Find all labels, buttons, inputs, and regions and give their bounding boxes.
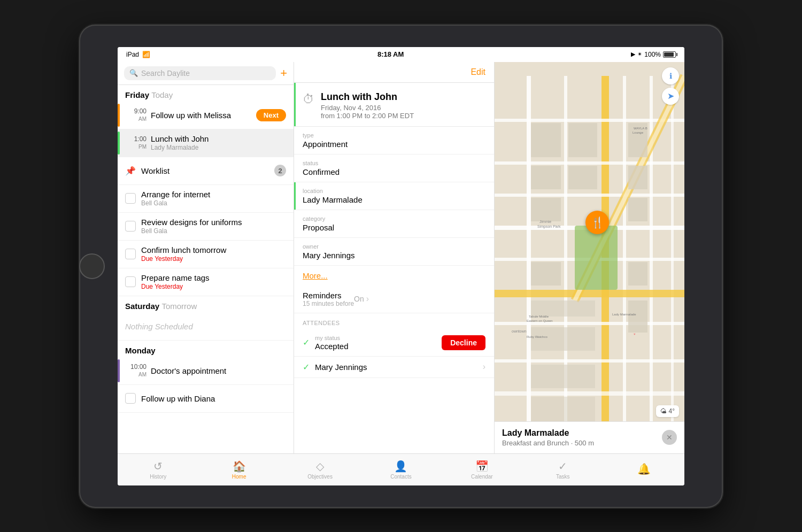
tab-label: Calendar <box>471 474 493 480</box>
svg-text:owntown: owntown <box>512 329 527 333</box>
section-rel-tomorrow: Tomorrow <box>161 302 197 311</box>
chevron-icon: › <box>483 362 485 372</box>
list-item-empty: Nothing Scheduled <box>118 313 294 341</box>
item-title: Doctor's appointment <box>151 366 286 375</box>
svg-text:WAYLA B: WAYLA B <box>634 127 647 130</box>
tab-bar: ↺ History 🏠 Home ◇ Objectives 👤 Contacts… <box>118 453 684 485</box>
info-button[interactable]: ℹ <box>662 67 679 84</box>
search-field[interactable]: 🔍 Search Daylite <box>124 66 276 80</box>
item-time: 10:00 AM <box>125 363 146 379</box>
tab-objectives[interactable]: ◇ Objectives <box>280 460 360 480</box>
list-item[interactable]: 1:00 PM Lunch with John Lady Marmalade <box>118 129 294 157</box>
item-title: Follow up with Diana <box>141 394 286 403</box>
list-item-task[interactable]: Follow up with Diana <box>118 385 294 413</box>
section-day-saturday: Saturday <box>125 302 159 311</box>
svg-rect-19 <box>531 123 561 157</box>
home-icon: 🏠 <box>233 460 246 473</box>
list-item[interactable]: 9:00 AM Follow up with Melissa Next <box>118 102 294 129</box>
svg-rect-15 <box>495 391 684 396</box>
task-checkbox[interactable] <box>125 249 136 259</box>
item-content: Arrange for internet Bell Gala <box>141 190 286 207</box>
svg-rect-28 <box>628 262 647 286</box>
attendee-row-me: ✓ my status Accepted Decline <box>294 329 494 357</box>
item-content: Nothing Scheduled <box>125 322 286 331</box>
list-item-worklist[interactable]: 📌 Worklist 2 <box>118 157 294 185</box>
tab-history[interactable]: ↺ History <box>118 460 198 480</box>
attendees-header: ATTENDEES <box>294 313 494 329</box>
detail-scroll[interactable]: ⏱ Lunch with John Friday, Nov 4, 2016 fr… <box>294 83 494 453</box>
tab-calendar[interactable]: 📅 Calendar <box>442 460 522 480</box>
svg-rect-22 <box>531 262 561 286</box>
svg-rect-9 <box>495 194 684 197</box>
section-rel-today: Today <box>151 90 173 99</box>
detail-category-section: category Proposal <box>294 210 494 238</box>
list-item-task[interactable]: Review designs for uniforms Bell Gala <box>118 213 294 241</box>
close-map-button[interactable]: ✕ <box>662 430 677 445</box>
tab-contacts[interactable]: 👤 Contacts <box>360 460 441 480</box>
left-panel: 🔍 Search Daylite + Friday Today <box>118 62 294 453</box>
svg-text:Ruby Watchco: Ruby Watchco <box>527 335 547 338</box>
edit-button[interactable]: Edit <box>471 67 485 77</box>
section-header-saturday: Saturday Tomorrow <box>118 296 294 313</box>
svg-rect-18 <box>575 226 618 290</box>
history-icon: ↺ <box>153 460 163 473</box>
right-panel: Jimmie Simpson Park Tabule Middle Easter… <box>495 62 684 453</box>
item-content: Worklist <box>141 166 274 175</box>
svg-text:Lady Marmalade: Lady Marmalade <box>612 313 636 316</box>
item-content: Prepare name tags Due Yesterday <box>141 273 286 290</box>
more-link[interactable]: More... <box>294 266 494 286</box>
svg-rect-13 <box>495 322 684 325</box>
attendee-row-mary[interactable]: ✓ Mary Jennings › <box>294 357 494 378</box>
clock-icon: ⏱ <box>303 92 314 106</box>
task-checkbox[interactable] <box>125 193 136 204</box>
section-header-monday: Monday <box>118 341 294 357</box>
notifications-icon: 🔔 <box>637 462 651 475</box>
list-item-task[interactable]: Prepare name tags Due Yesterday <box>118 268 294 296</box>
objectives-icon: ◇ <box>316 460 324 473</box>
ipad-screen: iPad 📶 8:18 AM ▶ ✴ 100% � <box>118 47 684 485</box>
task-checkbox[interactable] <box>125 221 136 232</box>
tasks-icon: ✓ <box>558 460 567 473</box>
home-button[interactable] <box>79 253 105 279</box>
attendee-name: Mary Jennings <box>315 363 483 372</box>
list-item-event[interactable]: 10:00 AM Doctor's appointment <box>118 357 294 385</box>
ampm-label: AM <box>125 371 146 378</box>
decline-button[interactable]: Decline <box>442 335 485 350</box>
item-accent <box>118 104 120 127</box>
calendar-icon: 📅 <box>475 460 489 473</box>
reminders-status: On <box>354 295 364 303</box>
list-scroll[interactable]: Friday Today 9:00 AM Follow up with M <box>118 85 294 453</box>
svg-text:Lounge: Lounge <box>633 131 644 134</box>
restaurant-pin: 🍴 <box>585 211 609 234</box>
tab-tasks[interactable]: ✓ Tasks <box>522 460 603 480</box>
hour-label: 10:00 <box>125 363 146 372</box>
item-title: Worklist <box>141 166 274 175</box>
tab-home[interactable]: 🏠 Home <box>198 460 279 480</box>
section-header-friday: Friday Today <box>118 85 294 102</box>
item-title: Arrange for internet <box>141 190 286 199</box>
ampm-label: PM <box>125 143 146 150</box>
reminders-row: Reminders 15 minutes before On › <box>294 286 494 313</box>
svg-text:Eastern on Queen: Eastern on Queen <box>527 319 553 322</box>
type-value: Appointment <box>303 140 485 149</box>
list-item-task[interactable]: Confirm lunch tomorrow Due Yesterday <box>118 241 294 268</box>
pin-icon: 📌 <box>125 166 136 176</box>
check-icon: ✓ <box>303 337 310 348</box>
detail-owner-section: owner Mary Jennings <box>294 238 494 266</box>
status-bar: iPad 📶 8:18 AM ▶ ✴ 100% <box>118 47 684 62</box>
add-button[interactable]: + <box>280 66 287 80</box>
map-place-name: Lady Marmalade <box>502 428 662 438</box>
tab-label: Objectives <box>307 474 333 480</box>
tab-notifications[interactable]: 🔔 <box>604 462 684 476</box>
category-label: category <box>303 215 485 222</box>
item-title: Confirm lunch tomorrow <box>141 245 286 255</box>
location-button[interactable]: ➤ <box>662 88 679 105</box>
task-checkbox[interactable] <box>125 276 136 287</box>
item-content: Follow up with Melissa <box>151 111 256 120</box>
item-time: 1:00 PM <box>125 135 146 151</box>
reminders-right[interactable]: On › <box>354 294 369 304</box>
detail-type-section: type Appointment <box>294 127 494 155</box>
bluetooth-icon: ✴ <box>637 51 642 58</box>
list-item-task[interactable]: Arrange for internet Bell Gala <box>118 185 294 213</box>
task-checkbox[interactable] <box>125 393 136 404</box>
